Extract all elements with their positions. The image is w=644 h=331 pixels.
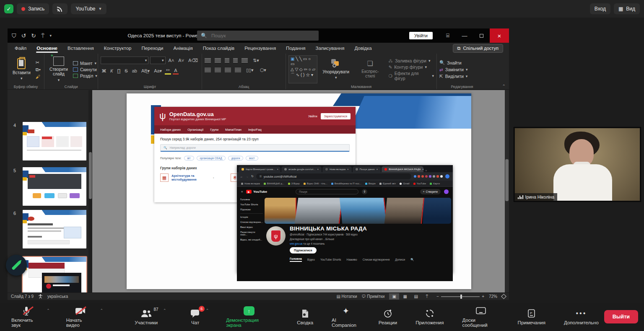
- tab-review[interactable]: Рецензування: [240, 44, 280, 53]
- audio-options-chevron[interactable]: ⌃: [47, 308, 50, 313]
- copy-icon[interactable]: ⧉▾: [36, 67, 41, 72]
- cut-icon[interactable]: ✂: [36, 60, 41, 65]
- thumbnail-scrollbar[interactable]: [88, 90, 92, 292]
- notes-toggle[interactable]: ▤ Нотатки: [336, 294, 357, 299]
- text-direction-icon[interactable]: ⇅▾: [252, 57, 260, 64]
- reset-button[interactable]: Скинути: [73, 67, 97, 72]
- slide-sorter-view-button[interactable]: ▦: [400, 293, 410, 300]
- canvas-scrollbar[interactable]: [505, 90, 509, 292]
- video-options-chevron[interactable]: ⌃: [100, 308, 104, 313]
- font-color-icon[interactable]: А: [173, 67, 178, 75]
- slide-thumbnail-6[interactable]: [23, 210, 86, 248]
- smartart-icon[interactable]: ⬡▾: [259, 67, 267, 73]
- tab-transitions[interactable]: Переходи: [137, 44, 168, 53]
- columns-icon[interactable]: ▯▯▾: [245, 67, 255, 73]
- accessibility-icon[interactable]: [38, 294, 43, 299]
- find-button[interactable]: 🔍Знайти: [439, 60, 467, 65]
- minimize-button[interactable]: —: [456, 28, 473, 43]
- collapse-ribbon-icon[interactable]: ⌃: [502, 84, 506, 88]
- tab-insert[interactable]: Вставлення: [63, 44, 99, 53]
- start-slideshow-icon[interactable]: ⍑: [41, 32, 44, 39]
- chat-button[interactable]: 6 Чат: [185, 303, 206, 331]
- annotation-pencil-button[interactable]: [6, 255, 27, 276]
- share-button[interactable]: ⧉ Спільний доступ: [453, 44, 503, 53]
- chat-options-chevron[interactable]: ⌃: [206, 308, 209, 313]
- layout-button[interactable]: Макет▾: [73, 61, 97, 66]
- view-button[interactable]: ▦ Вид: [614, 3, 640, 14]
- participants-options-chevron[interactable]: ⌃: [163, 308, 166, 313]
- slide-thumbnail-4[interactable]: [23, 122, 86, 160]
- quick-styles-button[interactable]: ❏ Експрес-стилі: [354, 55, 386, 83]
- new-slide-button[interactable]: Створити слайд▾: [47, 55, 70, 83]
- language-indicator[interactable]: українська: [47, 294, 68, 299]
- participants-button[interactable]: 87 Участники: [129, 303, 163, 331]
- font-size-combo[interactable]: ▾: [150, 57, 165, 64]
- more-button[interactable]: ••• Дополнительно: [558, 303, 604, 331]
- unmute-button[interactable]: Включить звук: [6, 303, 47, 331]
- line-spacing-icon[interactable]: [242, 58, 248, 63]
- tab-animations[interactable]: Анімація: [169, 44, 197, 53]
- ppt-search-box[interactable]: 🔍: [197, 31, 319, 41]
- section-button[interactable]: Розділ▾: [73, 73, 97, 78]
- bold-icon[interactable]: Ж: [101, 68, 107, 74]
- select-button[interactable]: ⇱Виділити▾: [439, 74, 467, 79]
- normal-view-button[interactable]: ▣: [389, 293, 399, 300]
- tab-design[interactable]: Конструктор: [99, 44, 136, 53]
- zoom-slider[interactable]: − +: [436, 294, 484, 299]
- redo-icon[interactable]: ↻: [31, 32, 36, 39]
- paste-button[interactable]: Вставити▾: [10, 55, 33, 83]
- recording-indicator[interactable]: Запись: [17, 3, 49, 14]
- participant-video[interactable]: Ірина Ніколіна: [514, 127, 641, 202]
- align-left-icon[interactable]: [205, 68, 211, 72]
- replace-button[interactable]: ⇄Замінити▾: [439, 67, 467, 72]
- leave-meeting-button[interactable]: Выйти: [604, 310, 638, 323]
- slideshow-view-button[interactable]: ⍑: [422, 293, 432, 300]
- tab-home[interactable]: Основне: [32, 44, 62, 53]
- clear-format-icon[interactable]: A⌫: [187, 57, 199, 64]
- strikethrough-icon[interactable]: S: [123, 68, 129, 74]
- format-painter-icon[interactable]: 🖌: [36, 74, 41, 79]
- increase-indent-icon[interactable]: [233, 58, 238, 63]
- reactions-button[interactable]: Реакции: [373, 303, 402, 331]
- close-button[interactable]: ×: [490, 28, 509, 43]
- fit-slide-icon[interactable]: [501, 294, 506, 299]
- comments-toggle[interactable]: 🗩 Примітки: [362, 294, 385, 299]
- live-stream-button[interactable]: [52, 3, 68, 14]
- ppt-signin-button[interactable]: Увійти: [409, 32, 433, 39]
- tab-file[interactable]: Файл: [10, 44, 31, 53]
- notes-button[interactable]: P Примечания: [512, 303, 551, 331]
- font-name-combo[interactable]: ▾: [101, 57, 148, 64]
- whiteboards-button[interactable]: Доски сообщений: [457, 303, 505, 331]
- shape-outline-button[interactable]: ✎Контур фігури▾: [388, 65, 434, 70]
- italic-icon[interactable]: К: [109, 68, 114, 74]
- char-spacing-icon[interactable]: АВ̲▾: [140, 68, 151, 74]
- ribbon-display-options-button[interactable]: ⌸: [439, 28, 456, 43]
- slide-thumbnail-7-selected[interactable]: [23, 257, 86, 292]
- underline-icon[interactable]: П: [116, 68, 122, 74]
- bullets-icon[interactable]: [205, 58, 211, 63]
- start-video-button[interactable]: Начать видео: [61, 303, 100, 331]
- shape-effects-button[interactable]: ❍Ефекти для фігур▾: [388, 71, 434, 81]
- summary-button[interactable]: Сводка: [291, 303, 319, 331]
- share-screen-button[interactable]: ↑ Демонстрация экрана: [221, 303, 277, 331]
- save-icon[interactable]: ⛉: [12, 32, 16, 39]
- qat-customize-chevron-icon[interactable]: ▾: [49, 34, 52, 38]
- text-shadow-icon[interactable]: ab: [131, 68, 138, 74]
- change-case-icon[interactable]: Aa▾: [153, 68, 163, 74]
- shapes-gallery[interactable]: ▣ ╲ ╲ ▭ ○ ▭ △ ▽ ◇ ⇦ ○ ▱ ⌒ ∿ ( ) ☆ ▾: [288, 55, 317, 83]
- slide-thumbnail-5[interactable]: [23, 167, 86, 206]
- undo-icon[interactable]: ↺: [21, 32, 26, 39]
- arrange-button[interactable]: Упорядкувати▾: [320, 55, 352, 83]
- zoom-level[interactable]: 72%: [489, 294, 497, 299]
- reading-view-button[interactable]: ▤: [411, 293, 421, 300]
- login-button[interactable]: Вход: [590, 3, 610, 14]
- tab-help[interactable]: Довідка: [350, 44, 376, 53]
- numbering-icon[interactable]: [215, 58, 221, 63]
- shape-fill-button[interactable]: 🝆Заливка фігури▾: [388, 58, 434, 63]
- align-center-icon[interactable]: [215, 68, 221, 72]
- shrink-font-icon[interactable]: A˅: [177, 57, 185, 63]
- tab-view[interactable]: Подання: [281, 44, 310, 53]
- apps-button[interactable]: Приложения: [410, 303, 449, 331]
- ppt-search-input[interactable]: [210, 33, 303, 39]
- grow-font-icon[interactable]: A˄: [167, 57, 176, 63]
